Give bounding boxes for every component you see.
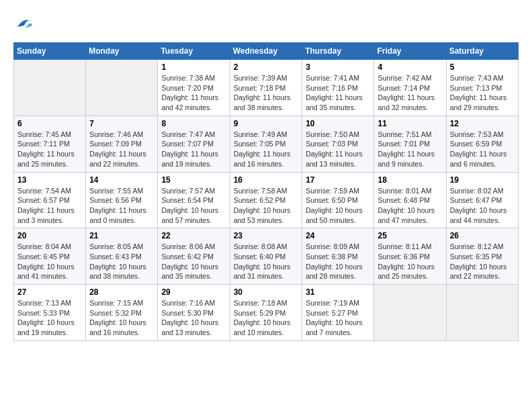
calendar-week-row: 1Sunrise: 7:38 AMSunset: 7:20 PMDaylight… <box>14 60 519 116</box>
day-info: Sunrise: 7:59 AMSunset: 6:50 PMDaylight:… <box>306 186 370 226</box>
day-info: Sunrise: 7:51 AMSunset: 7:01 PMDaylight:… <box>378 130 442 169</box>
calendar-cell: 10Sunrise: 7:50 AMSunset: 7:03 PMDayligh… <box>302 116 374 172</box>
day-number: 17 <box>306 175 370 185</box>
calendar-cell: 24Sunrise: 8:09 AMSunset: 6:38 PMDayligh… <box>302 228 374 285</box>
day-header-tuesday: Tuesday <box>158 43 230 60</box>
calendar-cell: 30Sunrise: 7:18 AMSunset: 5:29 PMDayligh… <box>230 285 302 341</box>
calendar-week-row: 13Sunrise: 7:54 AMSunset: 6:57 PMDayligh… <box>14 172 519 228</box>
day-info: Sunrise: 7:58 AMSunset: 6:52 PMDaylight:… <box>234 186 299 226</box>
calendar-cell: 8Sunrise: 7:47 AMSunset: 7:07 PMDaylight… <box>158 116 230 172</box>
day-number: 4 <box>378 62 442 72</box>
day-header-friday: Friday <box>374 43 446 60</box>
day-info: Sunrise: 8:01 AMSunset: 6:48 PMDaylight:… <box>378 186 442 226</box>
calendar-cell: 31Sunrise: 7:19 AMSunset: 5:27 PMDayligh… <box>302 285 374 341</box>
day-number: 2 <box>234 62 299 72</box>
day-header-wednesday: Wednesday <box>230 43 302 60</box>
day-number: 11 <box>378 119 442 128</box>
calendar-week-row: 20Sunrise: 8:04 AMSunset: 6:45 PMDayligh… <box>14 228 519 285</box>
calendar-cell: 23Sunrise: 8:08 AMSunset: 6:40 PMDayligh… <box>230 228 302 285</box>
day-number: 26 <box>450 231 515 240</box>
day-number: 6 <box>17 119 82 128</box>
day-info: Sunrise: 7:39 AMSunset: 7:18 PMDaylight:… <box>234 73 299 113</box>
calendar-cell <box>446 285 518 341</box>
day-info: Sunrise: 7:15 AMSunset: 5:32 PMDaylight:… <box>89 298 154 338</box>
day-number: 27 <box>17 287 82 297</box>
day-number: 12 <box>450 119 515 128</box>
day-header-monday: Monday <box>86 43 158 60</box>
calendar-table: SundayMondayTuesdayWednesdayThursdayFrid… <box>13 42 519 341</box>
calendar-cell: 11Sunrise: 7:51 AMSunset: 7:01 PMDayligh… <box>374 116 446 172</box>
day-number: 1 <box>161 62 226 72</box>
day-number: 13 <box>17 175 82 185</box>
day-number: 3 <box>306 62 370 72</box>
day-number: 21 <box>89 231 154 240</box>
calendar-cell: 1Sunrise: 7:38 AMSunset: 7:20 PMDaylight… <box>158 60 230 116</box>
day-info: Sunrise: 7:18 AMSunset: 5:29 PMDaylight:… <box>234 298 299 338</box>
day-info: Sunrise: 8:09 AMSunset: 6:38 PMDaylight:… <box>306 242 370 281</box>
logo-text <box>13 13 34 36</box>
day-info: Sunrise: 7:47 AMSunset: 7:07 PMDaylight:… <box>161 130 226 169</box>
calendar-cell: 14Sunrise: 7:55 AMSunset: 6:56 PMDayligh… <box>86 172 158 228</box>
calendar-cell: 4Sunrise: 7:42 AMSunset: 7:14 PMDaylight… <box>374 60 446 116</box>
calendar-cell: 26Sunrise: 8:12 AMSunset: 6:35 PMDayligh… <box>446 228 518 285</box>
day-info: Sunrise: 7:50 AMSunset: 7:03 PMDaylight:… <box>306 130 370 169</box>
day-number: 9 <box>234 119 299 128</box>
day-number: 16 <box>234 175 299 185</box>
calendar-cell: 27Sunrise: 7:13 AMSunset: 5:33 PMDayligh… <box>14 285 86 341</box>
day-number: 23 <box>234 231 299 240</box>
calendar-cell: 17Sunrise: 7:59 AMSunset: 6:50 PMDayligh… <box>302 172 374 228</box>
day-info: Sunrise: 7:19 AMSunset: 5:27 PMDaylight:… <box>306 298 370 338</box>
calendar-cell: 22Sunrise: 8:06 AMSunset: 6:42 PMDayligh… <box>158 228 230 285</box>
day-info: Sunrise: 8:02 AMSunset: 6:47 PMDaylight:… <box>450 186 515 226</box>
day-info: Sunrise: 7:49 AMSunset: 7:05 PMDaylight:… <box>234 130 299 169</box>
calendar-week-row: 27Sunrise: 7:13 AMSunset: 5:33 PMDayligh… <box>14 285 519 341</box>
logo-icon <box>15 13 34 32</box>
day-info: Sunrise: 8:08 AMSunset: 6:40 PMDaylight:… <box>234 242 299 281</box>
day-number: 19 <box>450 175 515 185</box>
calendar-cell: 20Sunrise: 8:04 AMSunset: 6:45 PMDayligh… <box>14 228 86 285</box>
day-number: 14 <box>89 175 154 185</box>
day-number: 5 <box>450 62 515 72</box>
day-number: 15 <box>161 175 226 185</box>
day-info: Sunrise: 8:04 AMSunset: 6:45 PMDaylight:… <box>17 242 82 281</box>
day-number: 20 <box>17 231 82 240</box>
calendar-cell: 3Sunrise: 7:41 AMSunset: 7:16 PMDaylight… <box>302 60 374 116</box>
day-header-saturday: Saturday <box>446 43 518 60</box>
calendar-cell <box>86 60 158 116</box>
calendar-cell: 19Sunrise: 8:02 AMSunset: 6:47 PMDayligh… <box>446 172 518 228</box>
calendar-cell <box>14 60 86 116</box>
calendar-cell: 15Sunrise: 7:57 AMSunset: 6:54 PMDayligh… <box>158 172 230 228</box>
calendar-week-row: 6Sunrise: 7:45 AMSunset: 7:11 PMDaylight… <box>14 116 519 172</box>
day-info: Sunrise: 7:45 AMSunset: 7:11 PMDaylight:… <box>17 130 82 169</box>
calendar-cell: 28Sunrise: 7:15 AMSunset: 5:32 PMDayligh… <box>86 285 158 341</box>
day-info: Sunrise: 7:55 AMSunset: 6:56 PMDaylight:… <box>89 186 154 226</box>
day-number: 10 <box>306 119 370 128</box>
day-number: 22 <box>161 231 226 240</box>
day-number: 28 <box>89 287 154 297</box>
calendar-cell: 5Sunrise: 7:43 AMSunset: 7:13 PMDaylight… <box>446 60 518 116</box>
day-header-thursday: Thursday <box>302 43 374 60</box>
calendar-cell: 9Sunrise: 7:49 AMSunset: 7:05 PMDaylight… <box>230 116 302 172</box>
day-info: Sunrise: 7:53 AMSunset: 6:59 PMDaylight:… <box>450 130 515 169</box>
day-info: Sunrise: 8:12 AMSunset: 6:35 PMDaylight:… <box>450 242 515 281</box>
day-number: 31 <box>306 287 370 297</box>
calendar-cell: 29Sunrise: 7:16 AMSunset: 5:30 PMDayligh… <box>158 285 230 341</box>
logo <box>13 13 34 36</box>
day-info: Sunrise: 7:38 AMSunset: 7:20 PMDaylight:… <box>161 73 226 113</box>
day-number: 18 <box>378 175 442 185</box>
day-info: Sunrise: 7:41 AMSunset: 7:16 PMDaylight:… <box>306 73 370 113</box>
day-number: 8 <box>161 119 226 128</box>
page-header <box>13 13 519 36</box>
day-info: Sunrise: 7:46 AMSunset: 7:09 PMDaylight:… <box>89 130 154 169</box>
day-info: Sunrise: 7:54 AMSunset: 6:57 PMDaylight:… <box>17 186 82 226</box>
calendar-cell: 16Sunrise: 7:58 AMSunset: 6:52 PMDayligh… <box>230 172 302 228</box>
day-number: 30 <box>234 287 299 297</box>
calendar-cell: 21Sunrise: 8:05 AMSunset: 6:43 PMDayligh… <box>86 228 158 285</box>
calendar-cell: 25Sunrise: 8:11 AMSunset: 6:36 PMDayligh… <box>374 228 446 285</box>
calendar-cell <box>374 285 446 341</box>
day-info: Sunrise: 7:42 AMSunset: 7:14 PMDaylight:… <box>378 73 442 113</box>
day-number: 24 <box>306 231 370 240</box>
day-number: 25 <box>378 231 442 240</box>
day-info: Sunrise: 8:05 AMSunset: 6:43 PMDaylight:… <box>89 242 154 281</box>
day-number: 29 <box>161 287 226 297</box>
